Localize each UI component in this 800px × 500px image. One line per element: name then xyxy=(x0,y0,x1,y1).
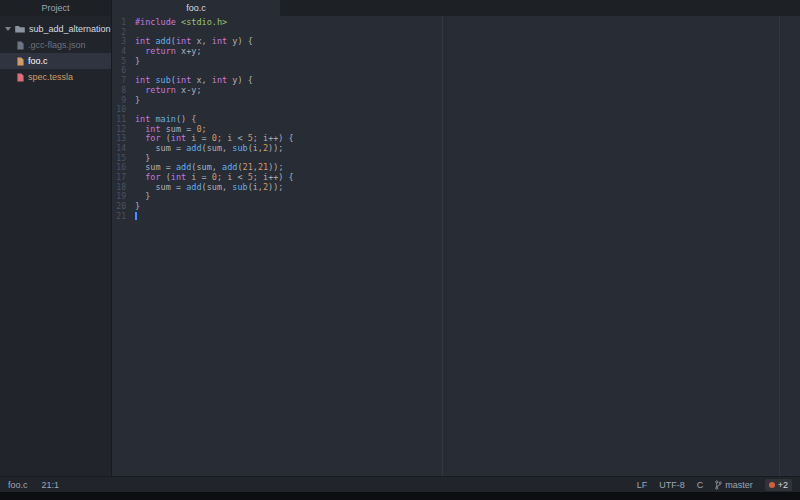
project-panel-title: Project xyxy=(0,0,111,16)
tree-file-label: foo.c xyxy=(28,56,48,66)
line-number-gutter: 123456789101112131415161718192021 xyxy=(112,16,130,476)
line-number: 20 xyxy=(112,202,126,212)
code-line[interactable]: sum = add(sum, sub(i,2)); xyxy=(135,144,800,154)
code-line[interactable]: sum = add(sum, sub(i,2)); xyxy=(135,183,800,193)
line-number: 2 xyxy=(112,28,126,38)
chevron-down-icon xyxy=(5,27,11,31)
code-line[interactable]: } xyxy=(135,96,800,106)
tree-folder-sub-add-alternation[interactable]: sub_add_alternation xyxy=(0,21,111,37)
git-branch-icon xyxy=(715,480,722,490)
c-file-icon xyxy=(17,57,24,66)
tree-file-label: .gcc-flags.json xyxy=(28,40,86,50)
line-number: 3 xyxy=(112,37,126,47)
code-line[interactable]: int sub(int x, int y) { xyxy=(135,76,800,86)
line-number: 10 xyxy=(112,105,126,115)
status-file-name[interactable]: foo.c xyxy=(8,480,28,490)
text-editor[interactable]: 123456789101112131415161718192021 #inclu… xyxy=(112,16,800,476)
line-number: 9 xyxy=(112,96,126,106)
code-line[interactable]: } xyxy=(135,57,800,67)
status-branch-label: master xyxy=(725,480,753,490)
line-number: 18 xyxy=(112,183,126,193)
code-line[interactable]: #include <stdio.h> xyxy=(135,18,800,28)
line-number: 16 xyxy=(112,163,126,173)
wrap-guide xyxy=(442,16,443,476)
line-number: 13 xyxy=(112,134,126,144)
file-tree: sub_add_alternation .gcc-flags.json foo.… xyxy=(0,16,111,85)
status-encoding[interactable]: UTF-8 xyxy=(659,480,685,490)
line-number: 17 xyxy=(112,173,126,183)
line-number: 19 xyxy=(112,192,126,202)
code-line[interactable] xyxy=(135,105,800,115)
tree-file-label: spec.tessla xyxy=(28,72,73,82)
status-cursor-position[interactable]: 21:1 xyxy=(42,480,60,490)
code-line[interactable]: return x-y; xyxy=(135,86,800,96)
tree-file-spec-tessla[interactable]: spec.tessla xyxy=(0,69,111,85)
line-number: 21 xyxy=(112,212,126,222)
window-bottom-strip xyxy=(0,492,800,500)
editor-window: Project sub_add_alternation .gcc-flags.j… xyxy=(0,0,800,500)
git-changes-count: +2 xyxy=(778,480,788,490)
text-cursor xyxy=(135,212,137,220)
code-line[interactable] xyxy=(135,212,800,222)
line-number: 11 xyxy=(112,115,126,125)
line-number: 6 xyxy=(112,66,126,76)
line-number: 7 xyxy=(112,76,126,86)
code-area[interactable]: #include <stdio.h>int add(int x, int y) … xyxy=(130,16,800,476)
tree-file-gcc-flags-json[interactable]: .gcc-flags.json xyxy=(0,37,111,53)
line-number: 1 xyxy=(112,18,126,28)
wrap-guide xyxy=(779,16,780,476)
code-line[interactable]: int add(int x, int y) { xyxy=(135,37,800,47)
folder-icon xyxy=(15,25,25,33)
status-git-branch[interactable]: master xyxy=(715,480,753,490)
project-panel: Project sub_add_alternation .gcc-flags.j… xyxy=(0,0,112,476)
line-number: 8 xyxy=(112,86,126,96)
line-number: 15 xyxy=(112,154,126,164)
tree-file-foo-c[interactable]: foo.c xyxy=(0,53,111,69)
status-line-ending[interactable]: LF xyxy=(637,480,648,490)
tab-label: foo.c xyxy=(186,3,206,13)
code-line[interactable]: return x+y; xyxy=(135,47,800,57)
status-bar: foo.c 21:1 LF UTF-8 C master xyxy=(0,476,800,492)
status-git-changes[interactable]: +2 xyxy=(765,479,792,491)
line-number: 4 xyxy=(112,47,126,57)
git-changes-icon xyxy=(769,482,775,488)
code-line[interactable]: int main() { xyxy=(135,115,800,125)
code-line[interactable]: } xyxy=(135,202,800,212)
tab-bar: foo.c xyxy=(112,0,800,16)
line-number: 14 xyxy=(112,144,126,154)
code-line[interactable]: } xyxy=(135,192,800,202)
line-number: 5 xyxy=(112,57,126,67)
tree-folder-label: sub_add_alternation xyxy=(29,24,111,34)
tessla-file-icon xyxy=(17,73,24,82)
tab-foo-c[interactable]: foo.c xyxy=(112,0,280,16)
status-grammar[interactable]: C xyxy=(697,480,704,490)
line-number: 12 xyxy=(112,125,126,135)
json-file-icon xyxy=(17,41,24,50)
